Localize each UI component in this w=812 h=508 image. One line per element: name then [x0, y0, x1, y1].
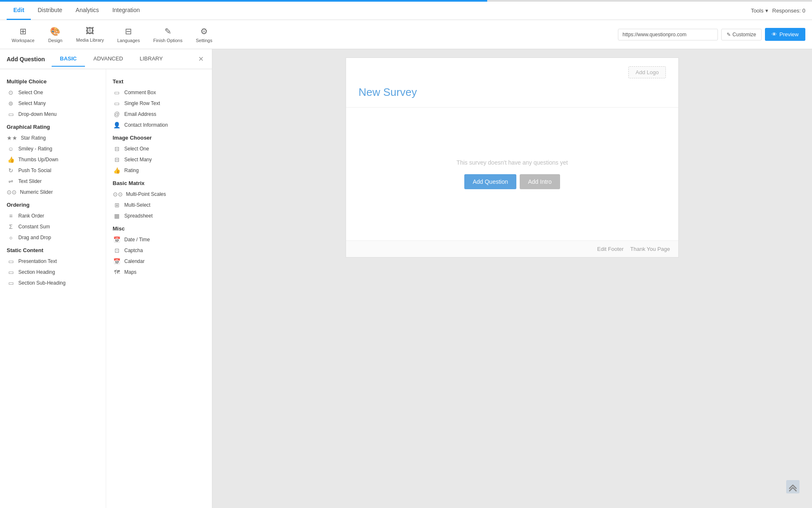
- list-item[interactable]: ⊡ Captcha: [110, 245, 209, 256]
- languages-icon: ⊟: [125, 26, 132, 36]
- list-item[interactable]: ▭ Drop-down Menu: [3, 109, 102, 120]
- tab-advanced[interactable]: ADVANCED: [85, 51, 131, 67]
- list-item[interactable]: ⊙⊙ Numeric Slider: [3, 187, 102, 198]
- list-item[interactable]: ⊟ Select Many: [110, 154, 209, 165]
- list-item[interactable]: ★★ Star Rating: [3, 133, 102, 143]
- multi-point-icon: ⊙⊙: [113, 191, 123, 198]
- subheading-icon: ▭: [7, 280, 15, 286]
- add-logo-button[interactable]: Add Logo: [628, 66, 666, 78]
- toolbar-design[interactable]: 🎨 Design: [43, 24, 68, 45]
- multi-select-icon: ⊞: [113, 202, 121, 208]
- customize-button[interactable]: ✎ Customize: [721, 29, 762, 40]
- smiley-icon: ☺: [7, 145, 15, 152]
- top-nav-right: Tools ▾ Responses: 0: [751, 8, 805, 14]
- nav-item-analytics[interactable]: Analytics: [69, 2, 106, 20]
- section-static-content: Static Content: [7, 247, 99, 253]
- item-label: Multi-Point Scales: [126, 191, 166, 197]
- item-label: Section Sub-Heading: [18, 280, 65, 286]
- scroll-to-top-button[interactable]: [786, 480, 800, 495]
- nav-item-edit[interactable]: Edit: [7, 2, 31, 20]
- list-item[interactable]: ▭ Presentation Text: [3, 256, 102, 267]
- media-library-icon: 🖼: [86, 26, 94, 36]
- item-label: Rating: [125, 168, 139, 173]
- toolbar-design-label: Design: [48, 38, 62, 43]
- survey-footer: Edit Footer Thank You Page: [346, 240, 678, 257]
- tab-library[interactable]: LIBRARY: [132, 51, 171, 67]
- list-item[interactable]: ▭ Section Sub-Heading: [3, 278, 102, 288]
- toolbar-media-library[interactable]: 🖼 Media Library: [71, 24, 109, 45]
- list-item[interactable]: @ Email Address: [110, 109, 209, 120]
- list-item[interactable]: ⟐ Drag and Drop: [3, 232, 102, 243]
- contact-icon: 👤: [113, 122, 121, 128]
- list-item[interactable]: ▭ Single Row Text: [110, 98, 209, 109]
- item-label: Constant Sum: [18, 224, 50, 230]
- survey-card: Add Logo New Survey This survey doesn't …: [346, 58, 679, 258]
- toolbar-finish-options[interactable]: ✎ Finish Options: [148, 24, 187, 45]
- presentation-icon: ▭: [7, 258, 15, 265]
- url-input[interactable]: [618, 29, 718, 40]
- toolbar-media-library-label: Media Library: [76, 38, 104, 43]
- item-label: Section Heading: [18, 269, 55, 275]
- toolbar-workspace[interactable]: ⊞ Workspace: [7, 24, 40, 45]
- workspace-icon: ⊞: [20, 26, 27, 36]
- nav-item-distribute[interactable]: Distribute: [31, 2, 69, 20]
- edit-footer-link[interactable]: Edit Footer: [597, 246, 624, 252]
- left-col: Multiple Choice ⊙ Select One ⊚ Select Ma…: [0, 69, 106, 508]
- item-label: Thumbs Up/Down: [18, 157, 58, 163]
- list-item[interactable]: Σ Constant Sum: [3, 221, 102, 232]
- item-label: Select One: [125, 146, 149, 152]
- numeric-slider-icon: ⊙⊙: [7, 189, 17, 195]
- list-item[interactable]: ☺ Smiley - Rating: [3, 143, 102, 154]
- list-item[interactable]: ⊙ Select One: [3, 87, 102, 98]
- toolbar-languages[interactable]: ⊟ Languages: [112, 24, 144, 45]
- panel-title: Add Question: [7, 56, 45, 63]
- list-item[interactable]: 👍 Rating: [110, 165, 209, 176]
- add-intro-button[interactable]: Add Intro: [520, 174, 560, 189]
- responses-count: Responses: 0: [772, 8, 806, 14]
- toolbar: ⊞ Workspace 🎨 Design 🖼 Media Library ⊟ L…: [0, 20, 812, 49]
- section-multiple-choice: Multiple Choice: [7, 78, 99, 85]
- list-item[interactable]: ⊞ Multi-Select: [110, 200, 209, 210]
- slider-icon: ⇌: [7, 178, 15, 185]
- survey-body: This survey doesn't have any questions y…: [346, 108, 678, 240]
- list-item[interactable]: ▭ Section Heading: [3, 267, 102, 278]
- main-layout: Add Question BASIC ADVANCED LIBRARY ✕ Mu…: [0, 49, 812, 508]
- right-col: Text ▭ Comment Box ▭ Single Row Text @ E…: [106, 69, 212, 508]
- item-label: Multi-Select: [125, 202, 151, 208]
- toolbar-settings[interactable]: ⚙ Settings: [191, 24, 217, 45]
- tab-basic[interactable]: BASIC: [52, 51, 85, 67]
- single-row-icon: ▭: [113, 100, 121, 107]
- item-label: Smiley - Rating: [18, 146, 52, 152]
- list-item[interactable]: 👍 Thumbs Up/Down: [3, 154, 102, 165]
- list-item[interactable]: 📅 Date / Time: [110, 234, 209, 245]
- item-label: Text Slider: [18, 178, 42, 184]
- image-select-many-icon: ⊟: [113, 156, 121, 163]
- thank-you-page-link[interactable]: Thank You Page: [630, 246, 670, 252]
- list-item[interactable]: ⊚ Select Many: [3, 98, 102, 109]
- list-item[interactable]: 🗺 Maps: [110, 267, 209, 278]
- item-label: Comment Box: [125, 90, 156, 95]
- svg-rect-0: [786, 480, 800, 493]
- nav-item-integration[interactable]: Integration: [106, 2, 147, 20]
- list-item[interactable]: ⊙⊙ Multi-Point Scales: [110, 189, 209, 200]
- add-question-button[interactable]: Add Question: [464, 174, 516, 189]
- item-label: Presentation Text: [18, 258, 57, 264]
- list-item[interactable]: 📅 Calendar: [110, 256, 209, 267]
- item-label: Select Many: [18, 100, 46, 106]
- edit-pencil-icon: ✎: [727, 32, 731, 38]
- preview-button[interactable]: 👁 Preview: [765, 28, 805, 41]
- list-item[interactable]: ≡ Rank Order: [3, 210, 102, 221]
- list-item[interactable]: ↻ Push To Social: [3, 165, 102, 176]
- tools-chevron-icon: ▾: [765, 8, 768, 14]
- item-label: Spreadsheet: [125, 213, 153, 219]
- list-item[interactable]: ▭ Comment Box: [110, 87, 209, 98]
- tools-button[interactable]: Tools ▾: [751, 8, 768, 14]
- list-item[interactable]: ⊟ Select One: [110, 143, 209, 154]
- list-item[interactable]: ⇌ Text Slider: [3, 176, 102, 187]
- list-item[interactable]: 👤 Contact Information: [110, 120, 209, 130]
- close-icon[interactable]: ✕: [197, 53, 205, 65]
- toolbar-languages-label: Languages: [117, 38, 139, 43]
- list-item[interactable]: ▦ Spreadsheet: [110, 210, 209, 221]
- checkbox-icon: ⊚: [7, 100, 15, 107]
- section-image-chooser: Image Chooser: [113, 135, 206, 141]
